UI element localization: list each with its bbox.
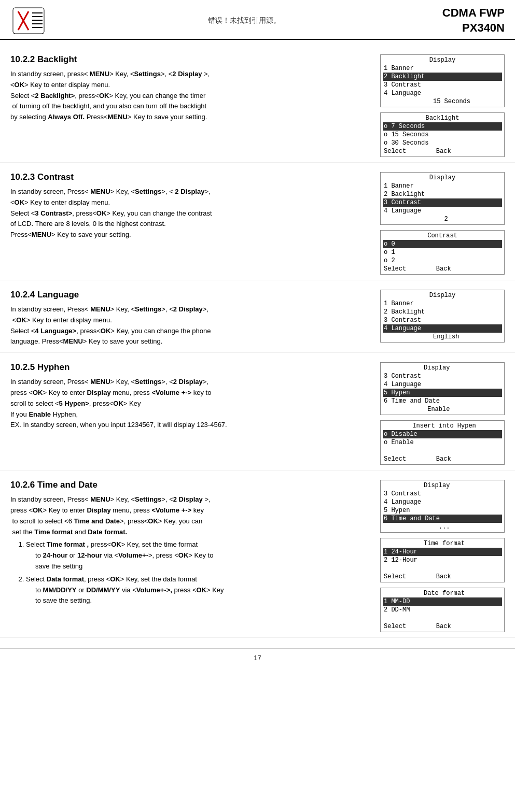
section-mockups-contrast: Display 1 Banner 2 Backlight 3 Contrast …: [380, 172, 505, 275]
page-number: 17: [254, 654, 261, 662]
screen-row-time-date-1-0: Time format: [383, 539, 502, 548]
section-mockups-hyphen: Display 3 Contrast 4 Language 5 Hypen 6 …: [380, 362, 505, 465]
screen-row-time-date-0-5: ...: [383, 523, 502, 531]
section-time-date: 10.2.6 Time and DateIn standby screen, P…: [0, 471, 515, 638]
section-mockups-time-date: Display 3 Contrast 4 Language 5 Hypen 6 …: [380, 480, 505, 632]
phone-screen-contrast-1: Contrast o 0 o 1 o 2 Select Back: [380, 230, 505, 275]
screen-row-hyphen-1-0: Insert into Hypen: [383, 422, 502, 430]
screen-row-time-date-1-1: 1 24-Hour: [383, 548, 502, 556]
header-error-text: 错误！未找到引用源。: [47, 16, 442, 25]
phone-screen-backlight-1: Backlight o 7 Seconds o 15 Seconds o 30 …: [380, 112, 505, 157]
screen-row-time-date-1-2: 2 12-Hour: [383, 556, 502, 564]
section-title-backlight: 10.2.2 Backlight: [10, 54, 370, 65]
phone-screen-hyphen-0: Display 3 Contrast 4 Language 5 Hypen 6 …: [380, 362, 505, 415]
product-name-line2: PX340N: [442, 21, 505, 36]
phone-screen-time-date-1: Time format 1 24-Hour 2 12-Hour Select B…: [380, 538, 505, 582]
screen-row-contrast-1-4: Select Back: [383, 265, 502, 273]
screen-row-contrast-0-1: 1 Banner: [383, 182, 502, 190]
screen-row-time-date-2-0: Date format: [383, 589, 502, 597]
header-title: CDMA FWP PX340N: [442, 6, 505, 35]
screen-row-hyphen-1-3: [383, 447, 502, 455]
list-item-time-date-0: Select Time format , press<OK> Key, set …: [26, 539, 370, 572]
screen-row-time-date-2-1: 1 MM-DD: [383, 597, 502, 606]
screen-row-language-0-3: 3 Contrast: [383, 316, 502, 324]
screen-row-backlight-1-3: o 30 Seconds: [383, 139, 502, 147]
section-title-time-date: 10.2.6 Time and Date: [10, 480, 370, 490]
section-title-language: 10.2.4 Language: [10, 290, 370, 300]
section-contrast: 10.2.3 ContrastIn standby screen, Press<…: [0, 163, 515, 280]
screen-row-language-0-1: 1 Banner: [383, 300, 502, 308]
section-body-backlight: In standby screen, press< MENU> Key, <Se…: [10, 69, 370, 123]
page-header: 错误！未找到引用源。 CDMA FWP PX340N: [0, 0, 515, 40]
screen-row-contrast-0-0: Display: [383, 174, 502, 182]
section-language: 10.2.4 LanguageIn standby screen, Press<…: [0, 280, 515, 353]
screen-row-contrast-0-4: 4 Language: [383, 207, 502, 215]
screen-row-hyphen-1-1: o Disable: [383, 430, 502, 438]
section-backlight: 10.2.2 BacklightIn standby screen, press…: [0, 45, 515, 163]
screen-row-hyphen-1-2: o Enable: [383, 438, 502, 447]
screen-row-hyphen-0-1: 3 Contrast: [383, 372, 502, 380]
section-text-hyphen: 10.2.5 HyphenIn standby screen, Press< M…: [10, 362, 370, 431]
screen-row-backlight-0-0: Display: [383, 56, 502, 64]
phone-screen-time-date-2: Date format 1 MM-DD 2 DD-MM Select Back: [380, 588, 505, 632]
screen-row-hyphen-0-2: 4 Language: [383, 380, 502, 389]
section-mockups-backlight: Display 1 Banner 2 Backlight 3 Contrast …: [380, 54, 505, 157]
section-text-time-date: 10.2.6 Time and DateIn standby screen, P…: [10, 480, 370, 608]
list-item-time-date-1: Select Data format, press <OK> Key, set …: [26, 574, 370, 606]
section-body-contrast: In standby screen, Press< MENU> Key, <Se…: [10, 187, 370, 240]
screen-row-contrast-1-2: o 1: [383, 248, 502, 257]
section-title-hyphen: 10.2.5 Hyphen: [10, 362, 370, 373]
page-content: 10.2.2 BacklightIn standby screen, press…: [0, 40, 515, 643]
screen-row-contrast-1-0: Contrast: [383, 232, 502, 240]
screen-row-language-0-2: 2 Backlight: [383, 308, 502, 316]
phone-screen-contrast-0: Display 1 Banner 2 Backlight 3 Contrast …: [380, 172, 505, 225]
screen-row-backlight-0-3: 3 Contrast: [383, 81, 502, 89]
screen-row-time-date-0-1: 3 Contrast: [383, 490, 502, 498]
page-footer: 17: [0, 648, 515, 667]
section-body-language: In standby screen, Press< MENU> Key, <Se…: [10, 304, 370, 347]
section-text-language: 10.2.4 LanguageIn standby screen, Press<…: [10, 290, 370, 347]
phone-screen-language-0: Display 1 Banner 2 Backlight 3 Contrast …: [380, 290, 505, 343]
screen-row-language-0-0: Display: [383, 291, 502, 300]
screen-row-backlight-1-2: o 15 Seconds: [383, 131, 502, 139]
screen-row-language-0-5: English: [383, 333, 502, 341]
company-logo: [10, 5, 47, 36]
section-hyphen: 10.2.5 HyphenIn standby screen, Press< M…: [0, 353, 515, 471]
screen-row-time-date-0-0: Display: [383, 481, 502, 490]
screen-row-contrast-0-2: 2 Backlight: [383, 190, 502, 198]
screen-row-contrast-1-1: o 0: [383, 240, 502, 248]
screen-row-backlight-1-0: Backlight: [383, 114, 502, 122]
section-mockups-language: Display 1 Banner 2 Backlight 3 Contrast …: [380, 290, 505, 343]
screen-row-backlight-0-1: 1 Banner: [383, 64, 502, 73]
section-title-contrast: 10.2.3 Contrast: [10, 172, 370, 182]
screen-row-time-date-1-3: [383, 564, 502, 573]
product-name-line1: CDMA FWP: [442, 6, 505, 21]
screen-row-backlight-0-4: 4 Language: [383, 89, 502, 97]
phone-screen-backlight-0: Display 1 Banner 2 Backlight 3 Contrast …: [380, 54, 505, 107]
screen-row-backlight-1-1: o 7 Seconds: [383, 122, 502, 131]
screen-row-hyphen-0-3: 5 Hypen: [383, 389, 502, 397]
screen-row-time-date-0-3: 5 Hypen: [383, 506, 502, 515]
phone-screen-time-date-0: Display 3 Contrast 4 Language 5 Hypen 6 …: [380, 480, 505, 533]
phone-screen-hyphen-1: Insert into Hypeno Disable o Enable Sele…: [380, 420, 505, 465]
section-body-hyphen: In standby screen, Press< MENU> Key, <Se…: [10, 377, 370, 431]
screen-row-time-date-0-2: 4 Language: [383, 498, 502, 506]
section-text-contrast: 10.2.3 ContrastIn standby screen, Press<…: [10, 172, 370, 240]
screen-row-time-date-2-4: Select Back: [383, 622, 502, 631]
screen-row-hyphen-0-4: 6 Time and Date: [383, 397, 502, 405]
screen-row-backlight-1-4: Select Back: [383, 147, 502, 155]
screen-row-hyphen-0-5: Enable: [383, 405, 502, 414]
logo-area: [10, 5, 47, 36]
screen-row-backlight-0-5: 15 Seconds: [383, 97, 502, 106]
screen-row-contrast-0-5: 2: [383, 215, 502, 223]
screen-row-hyphen-0-0: Display: [383, 364, 502, 372]
section-list-time-date: Select Time format , press<OK> Key, set …: [10, 539, 370, 606]
section-text-backlight: 10.2.2 BacklightIn standby screen, press…: [10, 54, 370, 123]
screen-row-time-date-0-4: 6 Time and Date: [383, 515, 502, 523]
screen-row-language-0-4: 4 Language: [383, 324, 502, 333]
screen-row-contrast-1-3: o 2: [383, 257, 502, 265]
screen-row-hyphen-1-4: Select Back: [383, 455, 502, 463]
screen-row-contrast-0-3: 3 Contrast: [383, 198, 502, 207]
screen-row-time-date-2-3: [383, 614, 502, 622]
section-body-time-date: In standby screen, Press< MENU> Key, <Se…: [10, 494, 370, 537]
